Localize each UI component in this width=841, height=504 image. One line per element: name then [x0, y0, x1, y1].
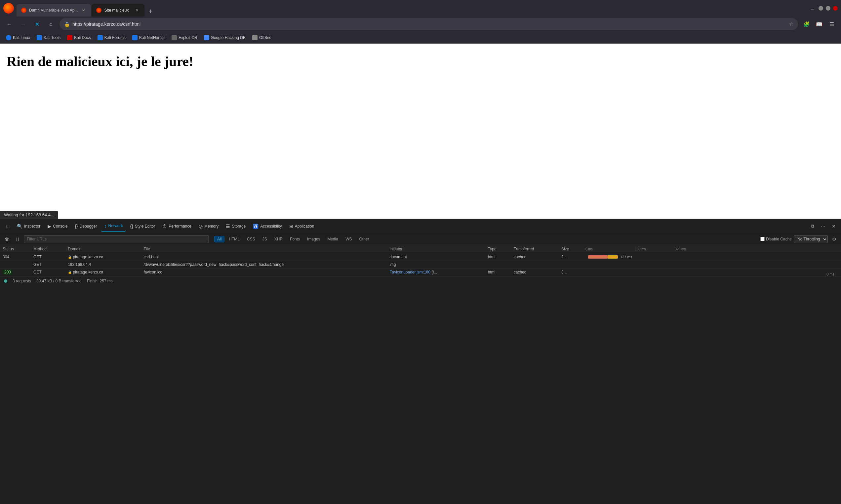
filter-urls-input[interactable]: [24, 235, 209, 243]
waterfall-bars-1: 127 ms: [585, 255, 838, 259]
filter-other[interactable]: Other: [356, 236, 372, 242]
network-settings-button[interactable]: ⚙: [830, 235, 838, 244]
dock-button[interactable]: ⧉: [808, 222, 817, 231]
filter-type-buttons: All HTML CSS JS XHR Fonts Images Media W…: [214, 236, 372, 242]
tab-dvwa[interactable]: Damn Vulnerable Web Ap... ✕: [17, 4, 91, 17]
filter-css[interactable]: CSS: [244, 236, 258, 242]
finish-time: Finish: 257 ms: [87, 279, 113, 283]
col-header-size[interactable]: Size: [559, 245, 583, 253]
table-row[interactable]: GET 192.168.64.4 /dvwa/vulnerabilities/c…: [0, 261, 841, 269]
tab-console[interactable]: ▶ Console: [44, 221, 71, 232]
row2-type: [485, 261, 511, 269]
pick-element-icon: ⬚: [6, 224, 10, 229]
page-content: Rien de malicieux ici, je le jure!: [0, 43, 841, 219]
application-icon: ⊞: [289, 223, 293, 229]
forward-button[interactable]: →: [18, 19, 29, 30]
row1-domain: 🔒 piratage.kerzo.ca: [65, 253, 141, 261]
initiator-link-3[interactable]: FaviconLoader.jsm:180: [390, 270, 430, 274]
disable-cache-label[interactable]: Disable Cache: [760, 237, 792, 241]
status-text: Waiting for 192.168.64.4...: [4, 212, 54, 217]
menu-button[interactable]: ☰: [826, 19, 837, 30]
col-header-status[interactable]: Status: [0, 245, 31, 253]
filter-ws[interactable]: WS: [342, 236, 355, 242]
row2-size: [559, 261, 583, 269]
offsec-icon: [252, 35, 258, 40]
extensions-button[interactable]: 🧩: [801, 19, 812, 30]
close-devtools-button[interactable]: ✕: [829, 222, 838, 231]
col-header-waterfall[interactable]: 0 ms 160 ms 320 ms: [583, 245, 841, 253]
address-bar[interactable]: 🔒 https://piratage.kerzo.ca/csrf.html ☆: [59, 18, 798, 30]
bookmark-google-hacking-db[interactable]: Google Hacking DB: [201, 34, 248, 42]
row3-status: 200: [0, 269, 31, 276]
status-bar: Waiting for 192.168.64.4...: [0, 211, 58, 219]
filter-html[interactable]: HTML: [226, 236, 243, 242]
tab-malicieux[interactable]: Site malicieux ✕: [91, 4, 144, 17]
bookmark-kali-linux[interactable]: Kali Linux: [3, 34, 33, 42]
filter-js[interactable]: JS: [259, 236, 270, 242]
row3-transferred: cached: [511, 269, 559, 276]
filter-fonts[interactable]: Fonts: [287, 236, 303, 242]
more-tools-button[interactable]: ⋯: [819, 222, 828, 231]
firefox-logo-icon[interactable]: [3, 3, 14, 14]
tab-performance[interactable]: ⏱ Performance: [159, 221, 195, 232]
col-header-transferred[interactable]: Transferred: [511, 245, 559, 253]
row1-transferred: cached: [511, 253, 559, 261]
bookmark-star-icon[interactable]: ☆: [789, 21, 793, 27]
clear-network-button[interactable]: 🗑: [3, 235, 11, 244]
row3-type: html: [485, 269, 511, 276]
disable-cache-checkbox[interactable]: [760, 237, 765, 241]
filter-media[interactable]: Media: [324, 236, 341, 242]
tab-debugger[interactable]: {} Debugger: [71, 221, 100, 232]
tab-storage[interactable]: ☰ Storage: [222, 221, 249, 232]
table-row[interactable]: 200 GET 🔒 piratage.kerzo.ca favicon.ico …: [0, 269, 841, 276]
tabs-container: Damn Vulnerable Web Ap... ✕ Site malicie…: [17, 0, 806, 17]
bookmark-kali-forums[interactable]: Kali Forums: [95, 34, 128, 42]
browser-chrome: Damn Vulnerable Web Ap... ✕ Site malicie…: [0, 0, 841, 43]
bookmark-kali-nethunter[interactable]: Kali NetHunter: [130, 34, 168, 42]
waterfall-bar-1b: [608, 255, 618, 258]
devtools-pick-element[interactable]: ⬚: [3, 221, 13, 232]
col-header-method[interactable]: Method: [31, 245, 65, 253]
bookmark-kali-docs[interactable]: Kali Docs: [65, 34, 93, 42]
col-header-initiator[interactable]: Initiator: [387, 245, 485, 253]
throttle-select[interactable]: No Throttling: [794, 235, 828, 243]
bookmarks-button[interactable]: 📖: [814, 19, 824, 30]
tab-style-editor[interactable]: {} Style Editor: [126, 221, 158, 232]
devtools-toolbar: ⬚ 🔍 Inspector ▶ Console {} Debugger ↕ Ne…: [0, 219, 841, 233]
tab-accessibility[interactable]: ♿ Accessibility: [250, 221, 285, 232]
waterfall-marker-2: 320 ms: [675, 247, 686, 251]
tab-close-1[interactable]: ✕: [80, 7, 86, 13]
col-header-domain[interactable]: Domain: [65, 245, 141, 253]
maximize-button[interactable]: [826, 6, 830, 11]
tabs-overflow-button[interactable]: ⌄: [809, 4, 816, 13]
minimize-button[interactable]: [819, 6, 823, 11]
tab-memory[interactable]: ◎ Memory: [195, 221, 222, 232]
tab-close-2[interactable]: ✕: [134, 7, 140, 13]
close-button[interactable]: [833, 6, 838, 11]
bookmark-exploit-db[interactable]: Exploit-DB: [169, 34, 200, 42]
home-button[interactable]: ⌂: [46, 19, 56, 30]
tab-application[interactable]: ⊞ Application: [286, 221, 318, 232]
filter-all[interactable]: All: [214, 236, 224, 242]
window-controls: [819, 6, 838, 11]
new-tab-button[interactable]: +: [145, 6, 156, 17]
row2-domain: 192.168.64.4: [65, 261, 141, 269]
google-hacking-icon: [204, 35, 209, 40]
filter-images[interactable]: Images: [304, 236, 323, 242]
col-header-file[interactable]: File: [141, 245, 387, 253]
bookmark-offsec[interactable]: OffSec: [250, 34, 274, 42]
reload-button[interactable]: ✕: [32, 19, 42, 30]
bookmark-kali-tools[interactable]: Kali Tools: [34, 34, 63, 42]
col-header-type[interactable]: Type: [485, 245, 511, 253]
row1-type: html: [485, 253, 511, 261]
back-button[interactable]: ←: [4, 19, 15, 30]
tab-network[interactable]: ↕ Network: [101, 221, 126, 232]
row1-status: 304: [0, 253, 31, 261]
tab-inspector[interactable]: 🔍 Inspector: [14, 221, 44, 232]
lock-icon-1: 🔒: [68, 255, 72, 259]
filter-xhr[interactable]: XHR: [271, 236, 286, 242]
table-row[interactable]: 304 GET 🔒 piratage.kerzo.ca csrf.html do…: [0, 253, 841, 261]
pause-network-button[interactable]: ⏸: [13, 235, 22, 244]
devtools-panel: ⬚ 🔍 Inspector ▶ Console {} Debugger ↕ Ne…: [0, 219, 841, 285]
page-heading: Rien de malicieux ici, je le jure!: [6, 54, 835, 69]
